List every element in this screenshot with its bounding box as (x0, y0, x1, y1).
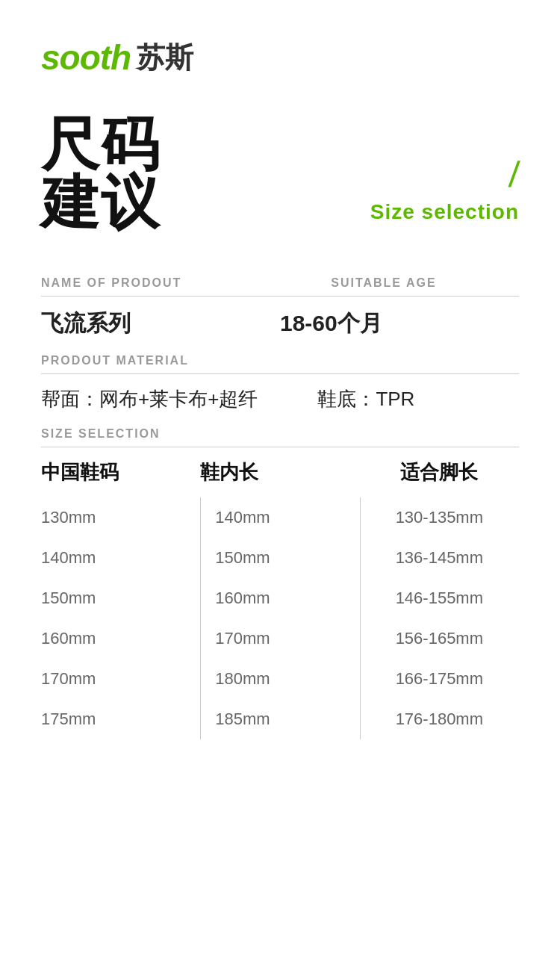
size-cell-col1-row2: 150mm (41, 578, 200, 618)
size-cell-col1-row4: 170mm (41, 659, 200, 699)
size-cell-col3-row3: 156-165mm (360, 618, 519, 659)
material-upper-value: 网布+莱卡布+超纤 (99, 388, 258, 410)
size-table-body: 130mm140mm150mm160mm170mm175mm 140mm150m… (41, 497, 519, 739)
size-col-1: 130mm140mm150mm160mm170mm175mm (41, 497, 200, 739)
material-sole-value: TPR (376, 388, 414, 410)
size-cell-col1-row3: 160mm (41, 618, 200, 659)
size-cell-col2-row1: 150mm (200, 538, 359, 578)
product-age-value: 18-60个月 (280, 308, 519, 339)
suitable-age-label: SUITABLE AGE (331, 276, 436, 290)
size-section-label: SIZE SELECTION (41, 427, 161, 440)
logo-sooth-cn: 苏斯 (137, 39, 193, 77)
product-name-value: 飞流系列 (41, 308, 280, 339)
size-cell-col3-row2: 146-155mm (360, 578, 519, 618)
size-cell-col2-row3: 170mm (200, 618, 359, 659)
size-section: SIZE SELECTION 中国鞋码 鞋内长 适合脚长 130mm140mm1… (41, 427, 519, 739)
size-cell-col3-row1: 136-145mm (360, 538, 519, 578)
size-col-header-1: 中国鞋码 (41, 459, 200, 485)
material-sole-label: 鞋底： (317, 388, 376, 410)
size-col-3: 130-135mm136-145mm146-155mm156-165mm166-… (360, 497, 519, 739)
material-vals: 帮面：网布+莱卡布+超纤 鞋底：TPR (41, 386, 519, 412)
hero-section: 尺码 建议 / Size selection (0, 93, 560, 246)
size-col-header-2: 鞋内长 (200, 459, 359, 485)
size-label-row: SIZE SELECTION (41, 427, 519, 441)
size-selection-label: Size selection (370, 200, 519, 224)
size-cell-col1-row5: 175mm (41, 699, 200, 739)
size-divider (41, 447, 519, 447)
name-of-product-label: NAME OF PRODOUT (41, 276, 181, 290)
hero-right: / Size selection (370, 157, 519, 232)
size-table-header: 中国鞋码 鞋内长 适合脚长 (41, 459, 519, 485)
logo: sooth 苏斯 (41, 37, 519, 78)
size-cell-col2-row4: 180mm (200, 659, 359, 699)
material-divider (41, 373, 519, 374)
size-cell-col1-row1: 140mm (41, 538, 200, 578)
header: sooth 苏斯 (0, 0, 560, 93)
material-label-row: PRODOUT MATERIAL (41, 354, 519, 367)
material-section: PRODOUT MATERIAL 帮面：网布+莱卡布+超纤 鞋底：TPR (41, 354, 519, 412)
product-info-row: 飞流系列 18-60个月 (41, 308, 519, 339)
product-divider (41, 296, 519, 297)
size-col-header-3: 适合脚长 (360, 459, 519, 485)
product-info-labels: NAME OF PRODOUT SUITABLE AGE (41, 276, 519, 290)
content: NAME OF PRODOUT SUITABLE AGE 飞流系列 18-60个… (0, 246, 560, 769)
size-cell-col2-row0: 140mm (200, 497, 359, 538)
size-cell-col2-row2: 160mm (200, 578, 359, 618)
material-upper: 帮面：网布+莱卡布+超纤 (41, 386, 258, 412)
size-cell-col3-row4: 166-175mm (360, 659, 519, 699)
size-cell-col3-row0: 130-135mm (360, 497, 519, 538)
size-cell-col1-row0: 130mm (41, 497, 200, 538)
hero-title-line2: 建议 (41, 173, 161, 232)
size-col-2: 140mm150mm160mm170mm180mm185mm (200, 497, 359, 739)
size-cell-col3-row5: 176-180mm (360, 699, 519, 739)
material-label: PRODOUT MATERIAL (41, 354, 189, 367)
slash-icon: / (508, 157, 521, 193)
material-sole: 鞋底：TPR (317, 386, 414, 412)
page-container: sooth 苏斯 尺码 建议 / Size selection NAME OF … (0, 0, 560, 956)
logo-sooth-en: sooth (41, 37, 131, 78)
material-upper-label: 帮面： (41, 388, 99, 410)
size-cell-col2-row5: 185mm (200, 699, 359, 739)
hero-title-line1: 尺码 (41, 115, 161, 173)
hero-title: 尺码 建议 (41, 115, 161, 232)
